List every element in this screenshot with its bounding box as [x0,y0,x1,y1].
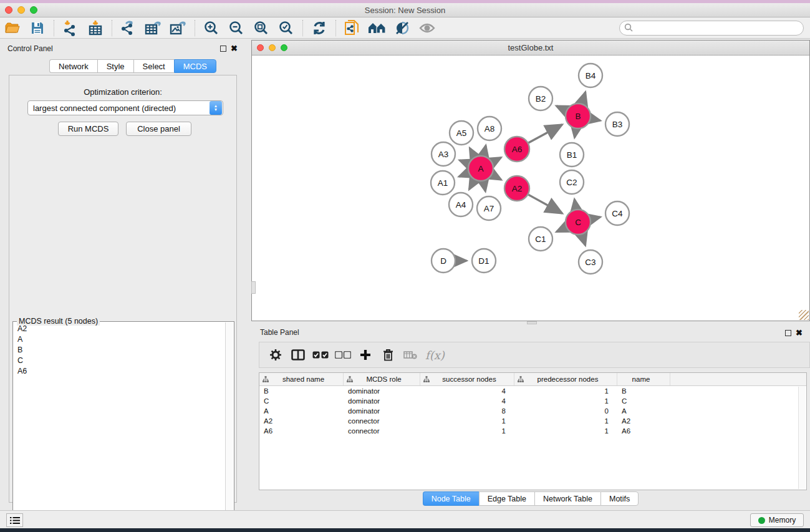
delete-table-button[interactable] [399,345,422,365]
tab-style[interactable]: Style [97,59,133,73]
column-header-MCDS-role[interactable]: MCDS role [344,373,420,385]
graph-node-B1[interactable]: B1 [560,143,584,167]
graph-node-D[interactable]: D [432,249,455,273]
tab-network[interactable]: Network [49,59,97,73]
graph-edge-A-A1[interactable] [459,173,468,177]
graph-node-A1[interactable]: A1 [431,171,455,195]
mcds-result-item[interactable]: A6 [14,365,225,376]
deselect-all-button[interactable] [332,345,354,365]
graph-node-B3[interactable]: B3 [605,112,629,136]
import-table-button[interactable] [83,19,108,37]
graph-node-C2[interactable]: C2 [560,170,584,194]
tab-edge-table[interactable]: Edge Table [479,491,534,506]
network-canvas[interactable]: AA6A2BCA5A8A3A1A4A7B2B4B3B1C2C4C1C3DD1 [252,56,809,321]
table-settings-button[interactable] [264,345,287,365]
graph-node-B[interactable]: B [566,104,591,128]
save-session-button[interactable] [25,19,50,37]
mcds-result-item[interactable]: A2 [14,323,225,334]
table-row[interactable]: Cdominator41C [259,396,806,406]
search-input[interactable] [619,21,804,36]
graph-edge-C-C1[interactable] [557,228,566,232]
graph-node-C1[interactable]: C1 [529,227,552,251]
column-header-name[interactable]: name [617,373,670,385]
home-views-button[interactable] [365,19,390,37]
graph-edge-A-A4[interactable] [470,180,475,189]
graph-node-C4[interactable]: C4 [605,201,629,225]
tab-motifs[interactable]: Motifs [600,491,639,506]
close-panel-button[interactable]: Close panel [126,122,191,136]
graph-edge-B-B2[interactable] [556,106,566,110]
show-overview-button[interactable] [415,19,440,37]
graph-node-D1[interactable]: D1 [472,249,496,273]
column-header-shared-name[interactable]: shared name [259,373,344,385]
column-header-predecessor-nodes[interactable]: predecessor nodes [514,373,617,385]
float-panel-icon[interactable] [785,330,791,336]
import-network-button[interactable] [58,19,83,37]
column-header-successor-nodes[interactable]: successor nodes [420,373,514,385]
graph-edge-A-A6[interactable] [493,158,501,162]
tab-node-table[interactable]: Node Table [423,491,479,506]
graph-edge-A-A7[interactable] [483,181,485,191]
create-column-button[interactable] [354,345,377,365]
graph-edge-A6-B[interactable] [528,125,562,143]
graph-edge-A2-C[interactable] [528,195,562,213]
tab-select[interactable]: Select [133,59,174,73]
show-column-button[interactable] [287,345,309,365]
graph-node-A7[interactable]: A7 [477,196,501,220]
refresh-button[interactable] [307,19,332,37]
delete-column-button[interactable] [377,345,399,365]
mcds-result-item[interactable]: A [14,334,225,344]
node-table[interactable]: shared nameMCDS rolesuccessor nodesprede… [259,372,807,490]
graph-edge-A-A8[interactable] [483,145,486,155]
zoom-in-button[interactable] [199,19,224,37]
graph-edge-A-A5[interactable] [470,148,475,157]
tab-mcds[interactable]: MCDS [174,59,216,73]
memory-button[interactable]: Memory [750,513,804,527]
close-panel-icon[interactable]: ✖ [231,44,238,53]
graph-node-C[interactable]: C [566,210,591,235]
graph-node-A6[interactable]: A6 [504,137,529,162]
export-image-button[interactable] [166,19,191,37]
graph-node-B4[interactable]: B4 [579,64,602,87]
network-window-titlebar[interactable]: testGlobe.txt [252,41,809,56]
table-scrollbar[interactable] [798,387,806,489]
graph-node-A4[interactable]: A4 [449,193,473,216]
window-resize-grip[interactable] [799,310,809,320]
graph-node-A3[interactable]: A3 [432,142,455,166]
network-from-file-button[interactable] [340,19,365,37]
graph-edge-A-A3[interactable] [460,160,468,163]
table-row[interactable]: Bdominator41B [259,386,806,396]
splitter-handle[interactable] [251,281,256,294]
criterion-select[interactable]: largest connected component (directed) ▲… [27,100,223,115]
function-builder-button[interactable]: f(x) [425,349,445,362]
graphics-details-button[interactable] [390,19,415,37]
graph-edge-A-A2[interactable] [492,175,501,180]
tab-network-table[interactable]: Network Table [534,491,600,506]
export-network-button[interactable] [116,19,141,37]
graph-node-A[interactable]: A [468,156,493,181]
mcds-list-scrollbar[interactable] [225,322,233,532]
graph-node-B2[interactable]: B2 [529,87,552,110]
graph-node-A8[interactable]: A8 [478,117,501,140]
table-row[interactable]: A2connector11A2 [259,416,806,426]
graph-node-A2[interactable]: A2 [504,176,529,201]
select-stepper-icon[interactable]: ▲▼ [210,101,222,115]
mcds-result-item[interactable]: C [14,355,225,365]
graph-edge-B-B4[interactable] [582,92,586,104]
mcds-result-list[interactable]: A2ABCA6 [14,323,225,532]
task-history-button[interactable] [6,513,23,527]
zoom-out-button[interactable] [224,19,249,37]
mcds-result-item[interactable]: B [14,344,225,355]
table-row[interactable]: Adominator80A [259,406,806,416]
run-mcds-button[interactable]: Run MCDS [58,122,118,136]
graph-edge-C-C4[interactable] [591,217,600,219]
graph-node-A5[interactable]: A5 [450,121,473,145]
zoom-selected-button[interactable] [274,19,299,37]
select-all-button[interactable] [309,345,332,365]
table-row[interactable]: A6connector11A6 [259,426,806,436]
graph-edge-C-C2[interactable] [574,200,576,210]
close-panel-icon[interactable]: ✖ [796,328,803,337]
export-table-button[interactable] [141,19,166,37]
open-session-button[interactable] [0,19,25,37]
graph-edge-C-C3[interactable] [582,235,585,245]
